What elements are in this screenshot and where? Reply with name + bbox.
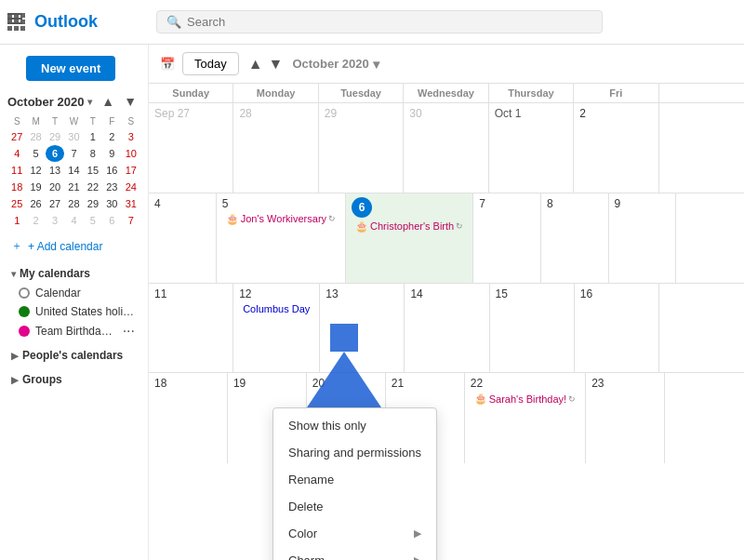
mini-cal-day[interactable]: 10 (122, 145, 140, 162)
mini-cal-day[interactable]: 7 (122, 212, 140, 229)
cal-day[interactable]: 2 (574, 103, 658, 193)
mini-cal-day[interactable]: 28 (64, 195, 83, 212)
menu-item-show-this-only[interactable]: Show this only (273, 412, 436, 439)
mini-cal-day[interactable]: 19 (26, 179, 45, 195)
mini-cal-day[interactable]: 23 (102, 179, 121, 195)
cal-day[interactable]: 6🎂 Christopher's Birth ↻ (346, 193, 473, 283)
groups-header[interactable]: ▶ Groups (0, 369, 148, 390)
mini-cal-day[interactable]: 25 (7, 195, 26, 212)
cal-day[interactable] (665, 373, 744, 463)
calendar-event[interactable]: Columbus Day (239, 302, 313, 315)
calendar-event[interactable]: 🎂 Christopher's Birth ↻ (352, 220, 467, 233)
cal-day[interactable]: 5🎂 Jon's Workiversary ↻ (217, 193, 346, 283)
search-input[interactable] (187, 15, 592, 29)
charm-submenu-arrow: ▶ (414, 554, 421, 560)
mini-cal-day[interactable]: 22 (84, 179, 102, 195)
mini-cal-day[interactable]: 11 (7, 162, 26, 179)
mini-cal-next[interactable]: ▼ (120, 92, 140, 111)
mini-cal-day[interactable]: 12 (26, 162, 45, 179)
mini-cal-day[interactable]: 16 (102, 162, 121, 179)
cal-day[interactable]: 9 (609, 193, 677, 283)
mini-cal-day[interactable]: 3 (122, 128, 140, 145)
mini-cal-day[interactable]: 7 (64, 145, 83, 162)
cal-day[interactable]: 7 (473, 193, 541, 283)
menu-item-sharing[interactable]: Sharing and permissions (273, 439, 436, 466)
mini-cal-day[interactable]: 4 (7, 145, 26, 162)
mini-cal-day[interactable]: 9 (102, 145, 121, 162)
my-calendars-header[interactable]: ▾ My calendars (0, 263, 148, 284)
mini-cal-day[interactable]: 1 (84, 128, 102, 145)
add-calendar[interactable]: ＋ + Add calendar (0, 233, 148, 260)
cal-day[interactable]: 13 (320, 284, 405, 373)
mini-cal-day[interactable]: 4 (64, 212, 83, 229)
mini-cal-day[interactable]: 26 (26, 195, 45, 212)
mini-cal-title[interactable]: October 2020 ▾ (7, 95, 92, 109)
calendar-item-team-birthdays[interactable]: Team Birthdays an... ··· (0, 321, 148, 341)
menu-item-rename[interactable]: Rename (273, 466, 436, 493)
mini-cal-day[interactable]: 29 (84, 195, 102, 212)
cal-day[interactable]: 4 (149, 193, 217, 283)
mini-cal-day[interactable]: 28 (26, 128, 45, 145)
mini-cal-day[interactable]: 27 (7, 128, 26, 145)
cal-day[interactable]: 22🎂 Sarah's Birthday! ↻ (465, 373, 586, 463)
mini-cal-day[interactable]: 27 (46, 195, 64, 212)
mini-cal-day[interactable]: 21 (64, 179, 83, 195)
mini-cal-day[interactable]: 30 (64, 128, 83, 145)
cal-day[interactable]: 14 (405, 284, 489, 373)
calendar-more-button[interactable]: ··· (121, 324, 137, 339)
cal-prev-button[interactable]: ▲ (246, 54, 265, 74)
cal-day[interactable]: 28 (233, 103, 318, 193)
mini-cal-day[interactable]: 6 (102, 212, 121, 229)
cal-day[interactable]: 29 (319, 103, 404, 193)
mini-cal-prev[interactable]: ▲ (98, 92, 118, 111)
mini-cal-day[interactable]: 5 (84, 212, 102, 229)
mini-cal-day[interactable]: 6 (46, 145, 64, 162)
cal-day[interactable]: 16 (575, 284, 659, 373)
dow-s: S (7, 114, 26, 128)
mini-cal-day[interactable]: 13 (46, 162, 64, 179)
cal-next-button[interactable]: ▼ (267, 54, 286, 74)
day-number: 19 (233, 377, 300, 390)
mini-cal-day[interactable]: 17 (122, 162, 140, 179)
cal-day[interactable]: 8 (541, 193, 609, 283)
day-number: 18 (154, 377, 221, 390)
mini-cal-day[interactable]: 3 (46, 212, 64, 229)
mini-cal-day[interactable]: 2 (102, 128, 121, 145)
cal-day[interactable]: 15 (490, 284, 575, 373)
menu-item-color[interactable]: Color ▶ (273, 520, 436, 547)
cal-day[interactable] (676, 193, 744, 283)
menu-item-charm[interactable]: Charm ▶ (273, 547, 436, 560)
cal-day[interactable]: 18 (149, 373, 228, 463)
menu-item-delete[interactable]: Delete (273, 493, 436, 520)
calendar-item-calendar[interactable]: Calendar (0, 284, 148, 302)
calendar-item-us-holidays[interactable]: United States holidays (0, 302, 148, 321)
cal-day[interactable] (659, 103, 744, 193)
mini-cal-day[interactable]: 24 (122, 179, 140, 195)
mini-cal-day[interactable]: 15 (84, 162, 102, 179)
peoples-calendars-header[interactable]: ▶ People's calendars (0, 345, 148, 366)
calendar-event[interactable]: 🎂 Sarah's Birthday! ↻ (471, 392, 579, 406)
mini-cal-day[interactable]: 8 (84, 145, 102, 162)
cal-month-title[interactable]: October 2020 ▾ (292, 57, 379, 72)
mini-cal-day[interactable]: 29 (46, 128, 64, 145)
cal-day[interactable]: 11 (149, 284, 233, 373)
cal-day[interactable] (659, 284, 744, 373)
mini-cal-day[interactable]: 18 (7, 179, 26, 195)
day-number: 30 (409, 107, 482, 120)
today-button[interactable]: Today (182, 52, 239, 75)
new-event-button[interactable]: New event (26, 56, 115, 81)
cal-day[interactable]: Oct 1 (489, 103, 574, 193)
search-bar[interactable]: 🔍 (156, 10, 603, 33)
mini-cal-day[interactable]: 31 (122, 195, 140, 212)
mini-cal-day[interactable]: 14 (64, 162, 83, 179)
cal-day[interactable]: 30 (404, 103, 488, 193)
mini-cal-day[interactable]: 2 (26, 212, 45, 229)
calendar-event[interactable]: 🎂 Jon's Workiversary ↻ (222, 212, 339, 226)
cal-day[interactable]: 23 (586, 373, 665, 463)
mini-cal-day[interactable]: 1 (7, 212, 26, 229)
cal-day[interactable]: 12Columbus Day (233, 284, 320, 373)
cal-day[interactable]: Sep 27 (149, 103, 233, 193)
mini-cal-day[interactable]: 20 (46, 179, 64, 195)
mini-cal-day[interactable]: 30 (102, 195, 121, 212)
mini-cal-day[interactable]: 5 (26, 145, 45, 162)
